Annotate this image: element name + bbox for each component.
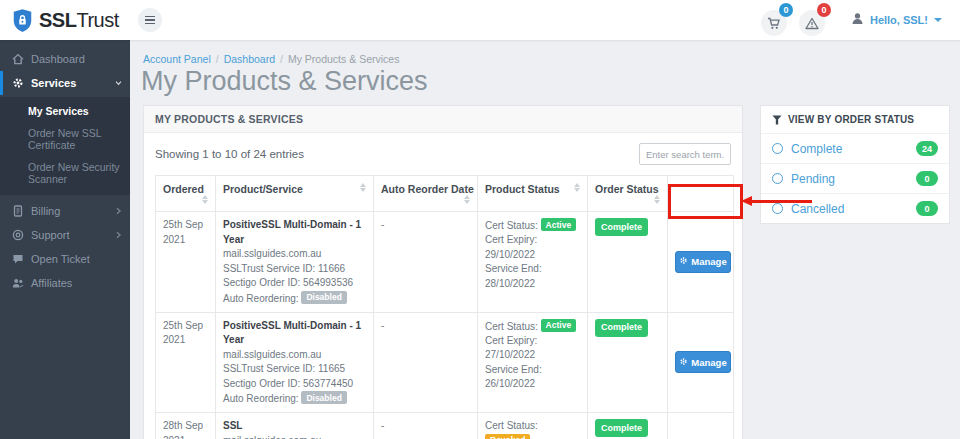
sectigo-order-id: Sectigo Order ID: 563774450 [223,377,366,392]
alerts-button[interactable]: 0 [799,6,827,34]
sidebar-subitem-label: Order New Security Scanner [28,161,120,185]
sectigo-order-id: Sectigo Order ID: 564993536 [223,276,366,291]
chevron-right-icon [115,207,122,215]
ordered-cell: 25th Sep 2021 [156,212,216,313]
column-header-order-status[interactable]: Order Status [588,176,668,212]
cert-status-line: Cert Status: Active [485,218,580,233]
breadcrumb-link-dashboard[interactable]: Dashboard [224,53,275,65]
product-name: PositiveSSL Multi-Domain - 1 Year [223,319,366,348]
gear-icon [679,357,688,368]
manage-button[interactable]: Manage [675,351,731,373]
service-id: SSLTrust Service ID: 11665 [223,362,366,377]
sort-icon[interactable] [360,183,366,192]
count-badge: 0 [916,171,938,186]
sidebar-item-label: Services [31,77,108,89]
services-submenu: My ServicesOrder New SSL CertificateOrde… [0,97,130,195]
sidebar-item-open-ticket[interactable]: Open Ticket [0,247,130,271]
column-label: Ordered [163,183,204,195]
manage-cell: Manage [668,312,734,413]
filter-funnel-icon [772,115,782,125]
table-header-row: OrderedProduct/ServiceAuto Reorder DateP… [156,176,734,212]
chevron-down-icon [115,79,122,87]
sidebar-toggle-button[interactable] [138,8,162,32]
user-menu[interactable]: Hello, SSL! [851,11,942,29]
sidebar-nav: DashboardServicesMy ServicesOrder New SS… [0,40,130,439]
column-header-product-status[interactable]: Product Status [478,176,588,212]
order-status-filter-pending[interactable]: Pending0 [761,163,949,193]
sidebar-item-affiliates[interactable]: Affiliates [0,271,130,295]
sidebar-item-label: Dashboard [31,53,122,65]
auto-reordering-line: Auto Reordering: Disabled [223,391,366,406]
comment-icon [12,253,24,265]
cart-count-badge: 0 [779,3,793,17]
highlight-arrow-head [741,196,752,206]
filter-label: Cancelled [791,202,844,216]
sort-icon[interactable] [574,183,580,192]
radio-circle-icon [772,143,783,154]
cart-button[interactable]: 0 [761,6,789,34]
cert-status-label: Cert Status: [485,420,538,431]
sidebar-item-label: Support [31,229,108,241]
sort-icon[interactable] [202,195,208,204]
cert-status-badge: Active [541,319,577,332]
product-name: SSL [223,419,366,434]
sidebar-item-services[interactable]: Services [0,71,130,95]
table-row: 25th Sep 2021PositiveSSL Multi-Domain - … [156,312,734,413]
service-id: SSLTrust Service ID: 11666 [223,262,366,277]
sidebar-subitem-order-new-ssl-certificate[interactable]: Order New SSL Certificate [0,122,130,156]
product-status-cell: Cert Status: Revoked [478,413,588,439]
sidebar-item-billing[interactable]: Billing [0,199,130,223]
count-badge: 0 [916,201,938,216]
sidebar-subitem-label: Order New SSL Certificate [28,127,101,151]
product-cell: PositiveSSL Multi-Domain - 1 Yearmail.ss… [216,212,374,313]
sort-icon[interactable] [654,195,660,204]
cert-status-line: Cert Status: Active [485,319,580,334]
breadcrumb: Account Panel/Dashboard/My Products & Se… [143,53,399,65]
order-status-filter-cancelled[interactable]: Cancelled0 [761,193,949,223]
auto-reordering-badge: Disabled [301,391,346,404]
sidebar-item-support[interactable]: Support [0,223,130,247]
status-card-header: VIEW BY ORDER STATUS [761,106,949,133]
file-icon [12,205,24,217]
column-header-ordered[interactable]: Ordered [156,176,216,212]
auto-reordering-line: Auto Reordering: Disabled [223,291,366,306]
cert-status-line: Cert Status: Revoked [485,419,580,439]
product-status-cell: Cert Status: ActiveCert Expiry: 27/10/20… [478,312,588,413]
order-status-filter-complete[interactable]: Complete24 [761,133,949,163]
cert-status-label: Cert Status: [485,320,538,331]
auto-reordering-label: Auto Reordering: [223,292,299,303]
lifering-icon [12,229,24,241]
filter-label: Complete [791,142,842,156]
auto-reorder-date-cell: - [374,312,478,413]
warning-icon [805,17,819,30]
ssltrust-logo[interactable]: SSLTrust [0,8,130,33]
sidebar-subitem-my-services[interactable]: My Services [0,100,130,122]
column-label: Product/Service [223,183,303,195]
column-label: Auto Reorder Date [381,183,474,195]
column-header-auto-reorder-date[interactable]: Auto Reorder Date [374,176,478,212]
column-header-product-service[interactable]: Product/Service [216,176,374,212]
cert-detail-line: Cert Expiry: 27/10/2022 [485,334,580,363]
products-services-card: MY PRODUCTS & SERVICES Showing 1 to 10 o… [143,105,743,439]
sort-icon[interactable] [464,195,470,204]
alerts-count-badge: 0 [817,3,831,17]
sidebar-item-dashboard[interactable]: Dashboard [0,47,130,71]
order-status-filter-card: VIEW BY ORDER STATUS Complete24Pending0C… [760,105,950,224]
cart-icon [767,17,781,30]
sidebar-subitem-order-new-security-scanner[interactable]: Order New Security Scanner [0,156,130,190]
auto-reordering-label: Auto Reordering: [223,393,299,404]
manage-button[interactable]: Manage [675,251,731,273]
search-input[interactable] [639,143,731,165]
breadcrumb-link-account-panel[interactable]: Account Panel [143,53,211,65]
ordered-cell: 25th Sep 2021 [156,312,216,413]
breadcrumb-current: My Products & Services [288,53,399,65]
sidebar-item-label: Affiliates [31,277,122,289]
auto-reorder-date-cell: - [374,413,478,439]
auto-reorder-date: - [381,420,384,431]
order-status-badge: Complete [595,419,648,437]
status-card-title: VIEW BY ORDER STATUS [788,114,914,125]
cert-status-label: Cert Status: [485,220,538,231]
auto-reorder-date: - [381,320,384,331]
ssltrust-account-panel: SSLTrust 0 0 [0,0,960,439]
navbar-right: 0 0 Hello, SSL! [761,6,960,34]
